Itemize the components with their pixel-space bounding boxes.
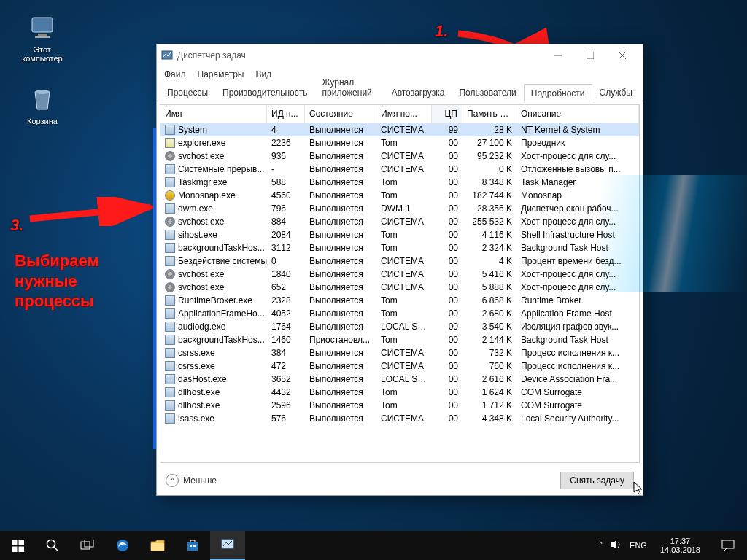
arrow-3 xyxy=(26,197,165,226)
taskbar-store[interactable] xyxy=(175,531,210,560)
desktop-icon-computer[interactable]: Этот компьютер xyxy=(13,13,71,63)
process-icon xyxy=(165,308,175,319)
table-row[interactable]: Бездействие системы0ВыполняетсяСИСТЕМА00… xyxy=(160,254,639,268)
desktop: Этот компьютер Корзина 1. 2. 3. 4. Выбир… xyxy=(0,0,747,560)
process-icon xyxy=(165,217,175,227)
table-row[interactable]: backgroundTaskHos...1460Приостановл...To… xyxy=(160,333,639,346)
svg-rect-18 xyxy=(151,543,164,551)
column-name[interactable]: Имя xyxy=(160,105,267,122)
column-pid[interactable]: ИД п... xyxy=(267,105,305,122)
end-task-button[interactable]: Снять задачу xyxy=(560,472,634,489)
tab-5[interactable]: Подробности xyxy=(524,84,592,101)
task-view-button[interactable] xyxy=(70,531,105,560)
process-icon xyxy=(165,151,175,161)
table-row[interactable]: RuntimeBroker.exe2328ВыполняетсяTom006 8… xyxy=(160,294,639,307)
table-row[interactable]: svchost.exe884ВыполняетсяСИСТЕМА00255 53… xyxy=(160,215,639,228)
table-row[interactable]: Системные прерыв...-ВыполняетсяСИСТЕМА00… xyxy=(160,163,639,176)
process-icon xyxy=(165,256,175,266)
tab-6[interactable]: Службы xyxy=(592,83,640,101)
svg-rect-10 xyxy=(18,540,24,545)
taskbar-explorer[interactable] xyxy=(140,531,175,560)
table-row[interactable]: svchost.exe936ВыполняетсяСИСТЕМА0095 232… xyxy=(160,149,639,163)
desktop-icon-recycle[interactable]: Корзина xyxy=(13,85,71,125)
table-row[interactable]: dasHost.exe3652ВыполняетсяLOCAL SE...002… xyxy=(160,373,639,386)
tray-clock[interactable]: 17:37 14.03.2018 xyxy=(654,537,706,554)
table-header: ИмяИД п...СостояниеИмя по...ЦППамять (ч.… xyxy=(160,105,639,123)
taskbar: ˄ ENG 17:37 14.03.2018 xyxy=(0,531,747,560)
svg-rect-15 xyxy=(81,542,90,549)
tray-volume-icon[interactable] xyxy=(611,540,622,551)
tabstrip: ПроцессыПроизводительностьЖурнал приложе… xyxy=(157,82,643,101)
fewer-details-label: Меньше xyxy=(183,475,217,486)
chevron-up-icon: ˄ xyxy=(166,474,179,487)
column-status[interactable]: Состояние xyxy=(305,105,376,122)
svg-rect-20 xyxy=(190,545,192,547)
table-row[interactable]: csrss.exe384ВыполняетсяСИСТЕМА00732 KПро… xyxy=(160,346,639,359)
tab-1[interactable]: Производительность xyxy=(215,83,314,101)
process-icon xyxy=(165,230,175,240)
process-icon xyxy=(165,269,175,279)
table-row[interactable]: backgroundTaskHos...3112ВыполняетсяTom00… xyxy=(160,241,639,254)
table-row[interactable]: ApplicationFrameHo...4052ВыполняетсяTom0… xyxy=(160,307,639,320)
table-row[interactable]: explorer.exe2236ВыполняетсяTom0027 100 K… xyxy=(160,136,639,149)
menu-view[interactable]: Вид xyxy=(255,69,271,79)
desktop-icon-label: Этот компьютер xyxy=(22,45,62,63)
maximize-button[interactable] xyxy=(574,45,606,66)
menu-file[interactable]: Файл xyxy=(164,69,186,79)
table-row[interactable]: svchost.exe1840ВыполняетсяСИСТЕМА005 416… xyxy=(160,268,639,281)
start-button[interactable] xyxy=(0,531,35,560)
table-row[interactable]: dllhost.exe4432ВыполняетсяTom001 624 KCO… xyxy=(160,386,639,399)
svg-rect-21 xyxy=(193,545,196,547)
table-row[interactable]: svchost.exe652ВыполняетсяСИСТЕМА005 888 … xyxy=(160,281,639,294)
menubar: Файл Параметры Вид xyxy=(157,66,643,82)
tray-chevron-icon[interactable]: ˄ xyxy=(599,541,603,551)
column-user[interactable]: Имя по... xyxy=(376,105,432,122)
svg-line-14 xyxy=(54,547,58,551)
minimize-button[interactable] xyxy=(542,45,574,66)
table-row[interactable]: Monosnap.exe4560ВыполняетсяTom00182 744 … xyxy=(160,189,639,202)
svg-point-17 xyxy=(117,540,128,551)
system-tray: ˄ ENG 17:37 14.03.2018 xyxy=(599,531,747,560)
svg-point-3 xyxy=(35,90,50,94)
fewer-details-button[interactable]: ˄ Меньше xyxy=(166,474,217,487)
tab-3[interactable]: Автозагрузка xyxy=(384,83,452,101)
column-desc[interactable]: Описание xyxy=(516,105,639,122)
table-row[interactable]: Taskmgr.exe588ВыполняетсяTom008 348 KTas… xyxy=(160,176,639,189)
table-row[interactable]: dwm.exe796ВыполняетсяDWM-10028 356 KДисп… xyxy=(160,202,639,215)
svg-rect-12 xyxy=(18,546,24,552)
process-icon xyxy=(165,203,175,214)
process-table: ИмяИД п...СостояниеИмя по...ЦППамять (ч.… xyxy=(160,104,640,463)
tab-0[interactable]: Процессы xyxy=(160,83,215,101)
table-row[interactable]: lsass.exe576ВыполняетсяСИСТЕМА004 348 KL… xyxy=(160,412,639,425)
table-row[interactable]: csrss.exe472ВыполняетсяСИСТЕМА00760 KПро… xyxy=(160,359,639,373)
table-row[interactable]: sihost.exe2084ВыполняетсяTom004 116 KShe… xyxy=(160,228,639,241)
process-icon xyxy=(165,295,175,306)
table-body[interactable]: System4ВыполняетсяСИСТЕМА9928 KNT Kernel… xyxy=(160,123,639,462)
table-row[interactable]: audiodg.exe1764ВыполняетсяLOCAL SE...003… xyxy=(160,320,639,333)
cursor-icon xyxy=(633,481,643,496)
process-icon xyxy=(165,243,175,253)
column-mem[interactable]: Память (ч... xyxy=(462,105,516,122)
process-icon xyxy=(165,400,175,411)
process-icon xyxy=(165,322,175,332)
tab-2[interactable]: Журнал приложений xyxy=(315,73,384,101)
column-cpu[interactable]: ЦП xyxy=(432,105,462,122)
titlebar[interactable]: Диспетчер задач xyxy=(157,44,643,66)
tab-4[interactable]: Пользователи xyxy=(452,83,523,101)
task-manager-window: Диспетчер задач Файл Параметры Вид Проце… xyxy=(156,44,643,496)
action-center-button[interactable] xyxy=(713,531,743,560)
tray-language[interactable]: ENG xyxy=(630,541,647,550)
window-footer: ˄ Меньше Снять задачу xyxy=(157,466,643,495)
search-button[interactable] xyxy=(35,531,70,560)
svg-rect-23 xyxy=(722,540,734,548)
close-button[interactable] xyxy=(606,45,638,66)
table-row[interactable]: dllhost.exe2596ВыполняетсяTom001 712 KCO… xyxy=(160,399,639,412)
computer-icon xyxy=(28,13,57,42)
menu-options[interactable]: Параметры xyxy=(198,69,244,79)
table-row[interactable]: System4ВыполняетсяСИСТЕМА9928 KNT Kernel… xyxy=(160,123,639,136)
recycle-bin-icon xyxy=(28,85,57,114)
process-icon xyxy=(165,374,175,384)
taskbar-edge[interactable] xyxy=(105,531,140,560)
svg-rect-0 xyxy=(32,18,53,32)
taskbar-taskmgr[interactable] xyxy=(210,531,245,560)
